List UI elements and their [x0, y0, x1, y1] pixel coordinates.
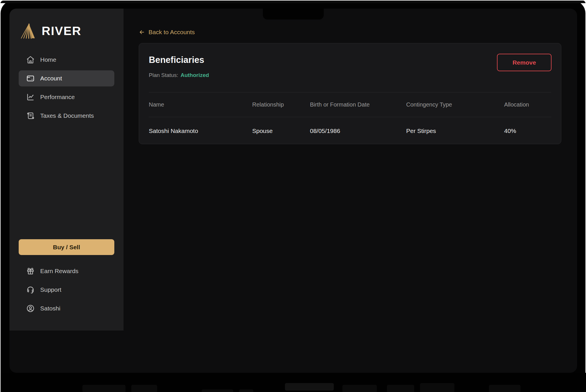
keyboard-key	[285, 383, 334, 391]
beneficiaries-card: Beneficiaries Plan Status:Authorized Rem…	[139, 43, 561, 144]
laptop-lid-edge	[1, 1, 585, 3]
plan-status-label: Plan Status:	[149, 72, 178, 78]
sidebar-item-label: Satoshi	[40, 305, 60, 312]
line-chart-icon	[26, 93, 35, 101]
card-title: Beneficiaries	[149, 55, 204, 65]
sidebar-item-label: Taxes & Documents	[40, 112, 94, 119]
camera-notch	[263, 9, 324, 20]
keyboard-key	[387, 385, 414, 392]
sidebar-item-earn-rewards[interactable]: Earn Rewards	[19, 263, 114, 279]
column-header-contingency-type: Contingency Type	[406, 101, 504, 108]
keyboard-key	[131, 385, 157, 392]
table-header-row: Name Relationship Birth or Formation Dat…	[149, 92, 551, 117]
cell-relationship: Spouse	[252, 128, 310, 134]
keyboard-key	[489, 385, 521, 392]
cell-contingency-type: Per Stirpes	[406, 128, 504, 134]
sidebar-item-label: Account	[40, 75, 62, 82]
main-content: Back to Accounts Beneficiaries Plan Stat…	[124, 9, 577, 373]
plan-status-value: Authorized	[180, 72, 209, 78]
headset-icon	[26, 285, 35, 294]
keyboard-key	[420, 383, 454, 392]
user-circle-icon	[26, 304, 35, 313]
table-row[interactable]: Satoshi Nakamoto Spouse 08/05/1986 Per S…	[149, 117, 551, 144]
cell-birth-or-formation-date: 08/05/1986	[310, 128, 406, 134]
sidebar-item-account[interactable]: Account	[19, 70, 114, 86]
keyboard-key	[82, 385, 126, 392]
buy-sell-button[interactable]: Buy / Sell	[19, 239, 114, 255]
sidebar-item-profile-satoshi[interactable]: Satoshi	[19, 300, 114, 316]
keyboard-key	[239, 389, 253, 392]
sidebar-item-label: Support	[40, 286, 61, 293]
home-icon	[26, 55, 35, 64]
laptop-frame: RIVER Home Account Performance	[1, 1, 585, 392]
brand-logo: RIVER	[19, 21, 114, 41]
column-header-relationship: Relationship	[252, 101, 310, 108]
cell-name: Satoshi Nakamoto	[149, 128, 252, 134]
keyboard-key	[202, 389, 233, 392]
sidebar-spacer	[19, 126, 114, 239]
sidebar-item-label: Performance	[40, 94, 75, 101]
back-link-label: Back to Accounts	[149, 29, 195, 36]
sidebar: RIVER Home Account Performance	[9, 9, 124, 331]
wallet-icon	[26, 74, 35, 83]
keyboard-deck	[1, 373, 586, 392]
gift-icon	[26, 267, 35, 275]
sidebar-item-label: Earn Rewards	[40, 268, 78, 275]
remove-button[interactable]: Remove	[497, 54, 552, 71]
sidebar-item-label: Home	[40, 56, 56, 63]
app-screen: RIVER Home Account Performance	[9, 9, 577, 373]
river-delta-icon	[19, 22, 37, 40]
column-header-birth-or-formation-date: Birth or Formation Date	[310, 101, 406, 108]
sidebar-item-performance[interactable]: Performance	[19, 89, 114, 105]
column-header-name: Name	[149, 101, 252, 108]
plan-status: Plan Status:Authorized	[149, 72, 209, 78]
brand-name: RIVER	[42, 24, 81, 38]
arrow-left-icon	[139, 29, 145, 35]
column-header-allocation: Allocation	[504, 101, 551, 108]
scroll-document-icon	[26, 111, 35, 120]
keyboard-key	[342, 385, 377, 392]
back-to-accounts-link[interactable]: Back to Accounts	[139, 29, 195, 36]
cell-allocation: 40%	[504, 128, 551, 134]
sidebar-item-support[interactable]: Support	[19, 282, 114, 298]
sidebar-item-home[interactable]: Home	[19, 52, 114, 68]
sidebar-item-taxes-documents[interactable]: Taxes & Documents	[19, 108, 114, 124]
